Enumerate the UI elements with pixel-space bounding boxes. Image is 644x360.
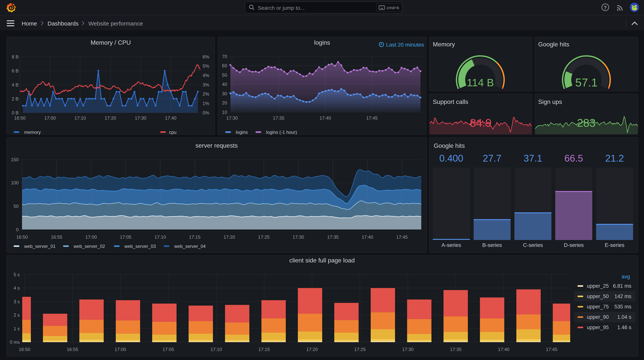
svg-text:upper_50: upper_50	[587, 294, 609, 299]
svg-text:84.9: 84.9	[470, 116, 492, 129]
svg-text:logins: logins	[314, 39, 330, 46]
svg-text:web_server_02: web_server_02	[74, 244, 105, 249]
svg-text:100: 100	[11, 180, 18, 185]
svg-text:17:10: 17:10	[74, 116, 86, 120]
svg-text:142 ms: 142 ms	[614, 294, 631, 299]
svg-text:Google hits: Google hits	[434, 142, 465, 149]
svg-text:17:45: 17:45	[546, 347, 557, 352]
svg-text:upper_25: upper_25	[587, 283, 609, 289]
svg-text:web_server_03: web_server_03	[124, 244, 156, 249]
svg-text:2 s: 2 s	[14, 312, 20, 318]
svg-text:1 s: 1 s	[14, 326, 20, 331]
svg-text:17:20: 17:20	[306, 347, 318, 352]
svg-text:avg: avg	[622, 274, 630, 280]
svg-text:17:10: 17:10	[210, 347, 222, 352]
svg-text:21.2: 21.2	[605, 153, 624, 164]
svg-text:4 B: 4 B	[12, 82, 18, 88]
svg-text:Last 20 minutes: Last 20 minutes	[386, 42, 424, 48]
svg-text:upper_95: upper_95	[587, 324, 609, 330]
svg-text:Memory / CPU: Memory / CPU	[91, 39, 131, 46]
svg-text:Google hits: Google hits	[538, 41, 569, 48]
svg-text:37.1: 37.1	[524, 153, 542, 164]
svg-text:0 ms: 0 ms	[10, 340, 20, 345]
svg-text:2 B: 2 B	[12, 96, 18, 102]
svg-text:17:25: 17:25	[258, 234, 270, 240]
svg-text:4 s: 4 s	[14, 286, 20, 290]
svg-text:17:40: 17:40	[320, 116, 331, 120]
svg-text:A-series: A-series	[442, 242, 461, 248]
svg-text:upper_90: upper_90	[587, 314, 609, 320]
svg-text:17:30: 17:30	[402, 347, 414, 352]
svg-text:cpu: cpu	[169, 130, 176, 135]
svg-text:40: 40	[222, 82, 227, 87]
svg-text:30: 30	[222, 91, 227, 96]
svg-text:5 s: 5 s	[14, 272, 20, 277]
svg-text:283: 283	[577, 116, 596, 129]
svg-text:17:45: 17:45	[366, 116, 378, 120]
svg-text:1.46 s: 1.46 s	[617, 324, 631, 330]
svg-text:1%: 1%	[202, 101, 209, 106]
svg-text:17:40: 17:40	[498, 347, 510, 352]
svg-text:60: 60	[222, 63, 227, 68]
svg-text:17:10: 17:10	[154, 234, 166, 240]
svg-text:10: 10	[222, 110, 227, 115]
svg-text:Website performance: Website performance	[88, 20, 143, 27]
svg-text:17:15: 17:15	[258, 347, 270, 352]
svg-text:logins: logins	[236, 130, 248, 135]
svg-text:17:00: 17:00	[114, 347, 126, 352]
svg-text:0%: 0%	[202, 110, 209, 116]
svg-text:17:35: 17:35	[450, 347, 462, 352]
svg-text:E-series: E-series	[605, 242, 624, 248]
svg-text:web_server_01: web_server_01	[24, 244, 56, 249]
svg-text:8 B: 8 B	[12, 54, 18, 60]
svg-text:17:30: 17:30	[135, 116, 146, 120]
svg-text:50: 50	[14, 204, 18, 209]
svg-text:cmd+k: cmd+k	[386, 5, 399, 10]
svg-text:0 B: 0 B	[12, 110, 18, 116]
svg-text:16:50: 16:50	[19, 347, 30, 352]
svg-text:6.81 ms: 6.81 ms	[613, 283, 631, 289]
svg-text:0: 0	[16, 227, 18, 232]
svg-text:17:45: 17:45	[396, 234, 408, 240]
svg-text:16:50: 16:50	[16, 234, 28, 240]
svg-text:D-series: D-series	[564, 242, 584, 248]
svg-text:3 s: 3 s	[14, 299, 20, 304]
svg-text:17:20: 17:20	[105, 116, 116, 120]
svg-text:16:50: 16:50	[14, 116, 26, 120]
svg-text:17:20: 17:20	[224, 234, 235, 240]
svg-text:114 B: 114 B	[467, 76, 494, 88]
svg-text:memory: memory	[24, 130, 41, 135]
svg-text:17:00: 17:00	[85, 234, 97, 240]
svg-text:web_server_04: web_server_04	[174, 244, 206, 249]
svg-text:17:30: 17:30	[293, 234, 304, 240]
svg-text:Home: Home	[22, 20, 37, 27]
svg-text:70: 70	[222, 54, 227, 59]
svg-text:66.5: 66.5	[564, 153, 583, 164]
svg-text:16:55: 16:55	[51, 234, 62, 240]
svg-text:17:40: 17:40	[362, 234, 373, 240]
svg-text:535 ms: 535 ms	[614, 304, 631, 310]
svg-text:50: 50	[222, 72, 227, 78]
svg-text:C-series: C-series	[523, 242, 543, 248]
svg-text:150: 150	[11, 157, 18, 162]
svg-text:B-series: B-series	[482, 242, 502, 248]
svg-text:logins (-1 hour): logins (-1 hour)	[266, 130, 297, 135]
svg-text:17:30: 17:30	[226, 116, 238, 120]
svg-text:17:25: 17:25	[354, 347, 366, 352]
svg-text:4%: 4%	[202, 73, 209, 78]
svg-text:16:55: 16:55	[67, 347, 78, 352]
svg-text:20: 20	[222, 100, 227, 106]
svg-text:27.7: 27.7	[483, 153, 502, 164]
svg-text:Support calls: Support calls	[433, 98, 468, 105]
svg-text:Sign ups: Sign ups	[538, 98, 562, 105]
svg-text:6%: 6%	[202, 54, 209, 60]
svg-text:17:05: 17:05	[120, 234, 132, 240]
svg-text:5%: 5%	[202, 64, 209, 69]
svg-text:client side full page load: client side full page load	[289, 257, 355, 264]
svg-text:17:35: 17:35	[327, 234, 339, 240]
svg-text:upper_75: upper_75	[587, 304, 609, 310]
svg-text:?: ?	[604, 5, 606, 10]
svg-text:Memory: Memory	[433, 41, 455, 48]
svg-text:0.400: 0.400	[439, 153, 463, 164]
svg-text:server requests: server requests	[196, 142, 238, 149]
